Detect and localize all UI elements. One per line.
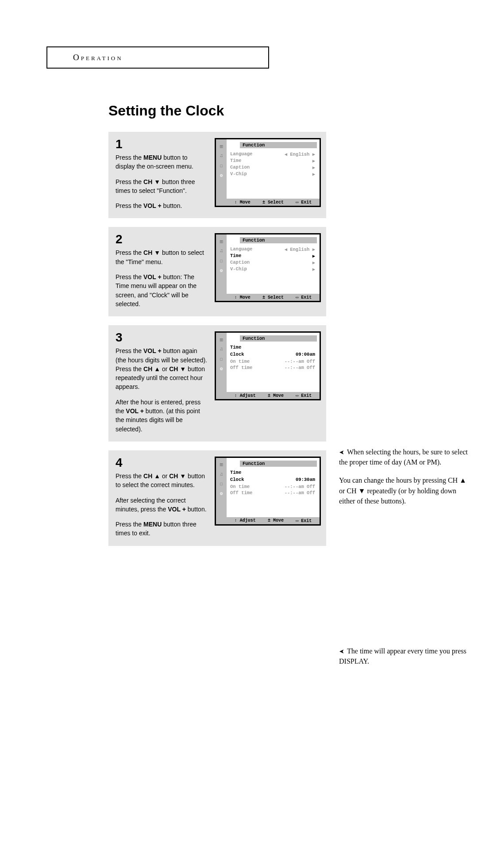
osd-footer-hint: ± Select [262, 295, 284, 300]
osd-row: Off time--:--am Off [230, 490, 315, 496]
side-note: You can change the hours by pressing CH … [339, 475, 472, 506]
osd-sidebar-icon: ▥ [217, 335, 225, 343]
step-paragraph: Press the MENU button to display the on-… [116, 153, 208, 171]
step-paragraph: After selecting the correct minutes, pre… [116, 496, 208, 514]
notes-step-3: ➤When selecting the hours, be sure to se… [339, 447, 472, 514]
osd-screen: ▥♫☐⚙FunctionLanguage◀ English ▶Time▶Capt… [215, 233, 321, 302]
osd-footer-hint: ↕ Adjust [235, 518, 256, 523]
osd-sidebar-icon: ☐ [217, 355, 225, 363]
osd-footer: ↕ Move± Select▭ Exit [227, 294, 320, 301]
osd-screen: ▥♫☐⚙FunctionLanguage◀ English ▶Time▶Capt… [215, 138, 321, 207]
osd-row: Caption▶ [230, 164, 315, 171]
osd-row: Time▶ [230, 157, 315, 164]
step-paragraph: Press the VOL + button. [116, 201, 208, 210]
osd-screen: ▥♫☐⚙FunctionTimeClock09:00amOn time--:--… [215, 331, 321, 400]
osd-row: Clock09:00am [230, 351, 315, 357]
section-header-text: Operation [73, 53, 123, 62]
osd-sidebar-icon: ▥ [217, 461, 225, 469]
osd-sidebar: ▥♫☐⚙ [216, 139, 227, 206]
step-paragraph: Press the CH ▼ button three times to sel… [116, 177, 208, 196]
step-number: 3 [116, 331, 208, 344]
step-text: 4Press the CH ▲ or CH ▼ button to select… [116, 457, 208, 538]
osd-footer-hint: ↕ Adjust [235, 393, 256, 398]
notes-step-4: ➤The time will appear every time you pre… [339, 646, 472, 674]
osd-sidebar-icon: ▥ [217, 142, 225, 150]
osd-row: On time--:--am Off [230, 484, 315, 490]
steps-column: 1Press the MENU button to display the on… [108, 132, 326, 555]
osd-footer-hint: ▭ Exit [296, 393, 312, 398]
osd-sidebar-icon: ▥ [217, 237, 225, 245]
osd-footer-hint: ± Move [268, 518, 284, 523]
osd-rows: TimeClock09:30amOn time--:--am OffOff ti… [227, 469, 320, 515]
osd-title: Function [240, 335, 317, 342]
osd-sidebar: ▥♫☐⚙ [216, 458, 227, 524]
step-paragraph: Press the MENU button three times to exi… [116, 520, 208, 538]
osd-row: Time▶ [230, 253, 315, 259]
osd-footer: ↕ Move± Select▭ Exit [227, 199, 320, 206]
step-number: 2 [116, 233, 208, 246]
side-note: ➤When selecting the hours, be sure to se… [339, 447, 472, 467]
osd-sidebar-icon: ⚙ [217, 365, 225, 373]
osd-title: Function [240, 142, 317, 148]
step-text: 1Press the MENU button to display the on… [116, 138, 208, 210]
osd-footer-hint: ↕ Move [235, 295, 251, 300]
step-paragraph: Press the CH ▲ or CH ▼ button to select … [116, 472, 208, 490]
osd-sidebar-icon: ♫ [217, 345, 225, 353]
osd-row: Caption▶ [230, 259, 315, 266]
osd-sidebar-icon: ♫ [217, 152, 225, 160]
step-paragraph: Press the VOL + button again (the hours … [116, 346, 208, 391]
osd-footer: ↕ Adjust± Move▭ Exit [227, 517, 320, 524]
step-card: 1Press the MENU button to display the on… [108, 132, 326, 218]
osd-sidebar-icon: ⚙ [217, 490, 225, 498]
step-paragraph: After the hour is entered, press the VOL… [116, 398, 208, 434]
osd-rows: TimeClock09:00amOn time--:--am OffOff ti… [227, 343, 320, 390]
osd-row: Off time--:--am Off [230, 365, 315, 371]
osd-footer-hint: ▭ Exit [296, 200, 312, 205]
osd-row: Language◀ English ▶ [230, 246, 315, 253]
note-pointer-icon: ➤ [339, 448, 344, 457]
osd-footer-hint: ↕ Move [235, 200, 251, 205]
osd-sidebar-icon: ☐ [217, 257, 225, 265]
osd-row: Language◀ English ▶ [230, 151, 315, 157]
section-header-box: Operation [46, 46, 269, 69]
osd-sidebar-icon: ♫ [217, 470, 225, 478]
osd-sidebar-icon: ⚙ [217, 171, 225, 179]
step-card: 2Press the CH ▼ button to select the "Ti… [108, 227, 326, 316]
osd-sidebar-icon: ⚙ [217, 266, 225, 274]
osd-row: Clock09:30am [230, 476, 315, 483]
osd-footer-hint: ▭ Exit [296, 518, 312, 523]
osd-sidebar-icon: ♫ [217, 247, 225, 255]
osd-footer-hint: ± Select [262, 200, 284, 205]
osd-title: Function [240, 237, 317, 243]
note-pointer-icon: ➤ [339, 647, 344, 656]
osd-rows: Language◀ English ▶Time▶Caption▶V-Chip▶ [227, 150, 320, 197]
step-paragraph: Press the CH ▼ button to select the "Tim… [116, 248, 208, 266]
osd-row: Time [230, 344, 315, 350]
osd-row: V-Chip▶ [230, 171, 315, 177]
osd-screen: ▥♫☐⚙FunctionTimeClock09:30amOn time--:--… [215, 457, 321, 526]
step-text: 3Press the VOL + button again (the hours… [116, 331, 208, 434]
osd-sidebar-icon: ☐ [217, 480, 225, 488]
osd-sidebar: ▥♫☐⚙ [216, 234, 227, 301]
osd-footer: ↕ Adjust± Move▭ Exit [227, 392, 320, 399]
osd-title: Function [240, 461, 317, 467]
page-title: Setting the Clock [108, 103, 224, 119]
step-card: 4Press the CH ▲ or CH ▼ button to select… [108, 450, 326, 546]
osd-row: Time [230, 469, 315, 476]
step-number: 1 [116, 138, 208, 150]
step-text: 2Press the CH ▼ button to select the "Ti… [116, 233, 208, 308]
side-note: ➤The time will appear every time you pre… [339, 646, 472, 666]
step-number: 4 [116, 457, 208, 469]
step-card: 3Press the VOL + button again (the hours… [108, 325, 326, 442]
osd-footer-hint: ▭ Exit [296, 295, 312, 300]
osd-sidebar-icon: ☐ [217, 161, 225, 169]
osd-footer-hint: ± Move [268, 393, 284, 398]
osd-row: V-Chip▶ [230, 266, 315, 273]
osd-row: On time--:--am Off [230, 358, 315, 365]
osd-sidebar: ▥♫☐⚙ [216, 333, 227, 399]
step-paragraph: Press the VOL + button: The Time menu wi… [116, 273, 208, 308]
osd-rows: Language◀ English ▶Time▶Caption▶V-Chip▶ [227, 245, 320, 292]
manual-page: Operation Setting the Clock 1Press the M… [0, 0, 478, 868]
